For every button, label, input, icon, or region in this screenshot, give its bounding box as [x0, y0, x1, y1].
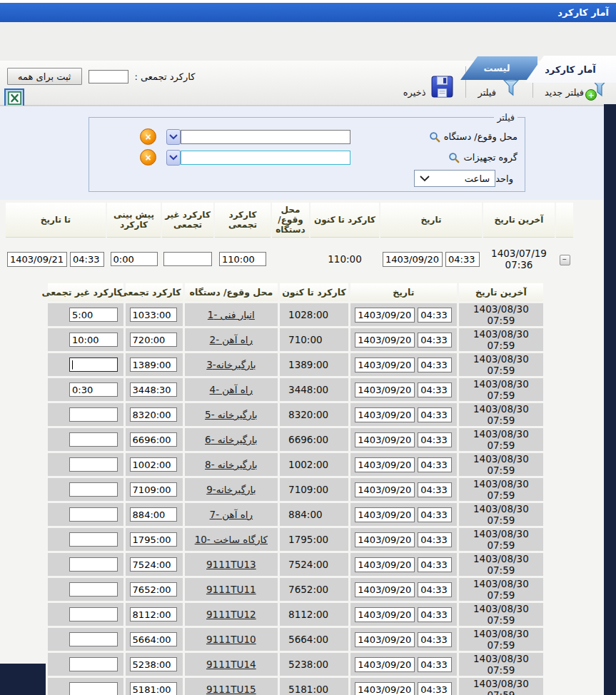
summary-collapse-button[interactable]: − [560, 255, 570, 265]
time-input[interactable] [418, 482, 452, 497]
date-input[interactable] [355, 507, 415, 522]
device-link[interactable]: 9111TU10 [206, 634, 256, 645]
equipment-dropdown-button[interactable] [166, 150, 181, 166]
time-input[interactable] [418, 333, 452, 348]
time-input[interactable] [418, 507, 452, 522]
time-input[interactable] [418, 632, 452, 647]
magnifier-icon[interactable] [429, 131, 440, 143]
non-cumulative-input[interactable] [69, 407, 118, 422]
device-link[interactable]: 9111TU14 [206, 659, 256, 670]
non-cumulative-input[interactable] [69, 657, 118, 671]
time-input[interactable] [418, 308, 452, 323]
date-input[interactable] [355, 308, 415, 323]
non-cumulative-input[interactable] [69, 507, 118, 522]
time-input[interactable] [418, 407, 452, 422]
time-input[interactable] [418, 582, 452, 597]
cumulative-input[interactable] [130, 557, 177, 572]
date-input[interactable] [355, 382, 415, 397]
cumulative-input[interactable] [130, 607, 177, 622]
non-cumulative-input[interactable] [69, 357, 118, 372]
time-input[interactable] [418, 357, 452, 372]
non-cumulative-input[interactable] [69, 682, 118, 695]
unit-select[interactable]: ساعت [414, 170, 495, 187]
device-link[interactable]: راه آهن -2 [210, 334, 253, 345]
cumulative-input[interactable] [130, 457, 177, 472]
tab-work-stats[interactable]: آمار کارکرد [525, 56, 616, 83]
non-cumulative-input[interactable] [69, 532, 118, 547]
device-link[interactable]: بارگیرخانه -5 [205, 409, 258, 420]
summary-to-time-input[interactable] [70, 252, 104, 267]
cumulative-input[interactable] [130, 333, 177, 347]
cumulative-input[interactable] [130, 382, 177, 397]
location-clear-button[interactable]: × [140, 128, 156, 145]
time-input[interactable] [418, 682, 452, 695]
time-input[interactable] [418, 607, 452, 622]
summary-forecast-input[interactable] [111, 252, 158, 266]
non-cumulative-input[interactable] [69, 607, 118, 622]
time-input[interactable] [418, 382, 452, 397]
cumulative-input[interactable] [130, 582, 177, 597]
device-link[interactable]: انبار فنی -1 [208, 309, 255, 320]
cumulative-input[interactable] [130, 357, 177, 372]
cumulative-input[interactable] [130, 682, 177, 695]
date-input[interactable] [355, 632, 415, 647]
date-input[interactable] [355, 682, 415, 695]
device-link[interactable]: بارگیرخانه -8 [205, 459, 258, 470]
non-cumulative-input[interactable] [69, 482, 118, 497]
cumulative-input[interactable] [130, 507, 177, 522]
summary-time-input[interactable] [445, 252, 480, 267]
cumulative-input[interactable] [130, 407, 177, 422]
non-cumulative-input[interactable] [69, 557, 118, 572]
time-input[interactable] [418, 457, 452, 472]
device-link[interactable]: 9111TU13 [206, 559, 256, 570]
non-cumulative-input[interactable] [69, 308, 118, 322]
non-cumulative-input[interactable] [69, 382, 118, 397]
time-input[interactable] [418, 432, 452, 447]
date-input[interactable] [355, 357, 415, 372]
date-input[interactable] [355, 557, 415, 572]
cumulative-input[interactable] [130, 532, 177, 547]
device-link[interactable]: راه آهن -7 [210, 509, 253, 520]
date-input[interactable] [355, 532, 415, 547]
summary-to-date-input[interactable] [7, 252, 67, 267]
date-input[interactable] [355, 657, 415, 672]
device-link[interactable]: راه آهن -4 [210, 384, 253, 395]
save-button[interactable]: ذخیره [403, 74, 455, 101]
submit-all-button[interactable]: ثبت برای همه [7, 68, 82, 85]
magnifier-icon[interactable] [448, 152, 460, 163]
time-input[interactable] [418, 657, 452, 672]
summary-cumulative-input[interactable] [219, 252, 266, 266]
cumulative-input[interactable] [130, 308, 177, 322]
non-cumulative-input[interactable] [69, 632, 118, 646]
cumulative-input[interactable] [130, 482, 177, 497]
excel-export-button[interactable] [4, 88, 24, 108]
date-input[interactable] [355, 582, 415, 597]
summary-non-cumulative-input[interactable] [163, 252, 212, 266]
equipment-clear-button[interactable]: × [140, 149, 156, 166]
date-input[interactable] [355, 432, 415, 447]
device-link[interactable]: بارگیرخانه -6 [205, 434, 258, 445]
non-cumulative-input[interactable] [69, 582, 118, 597]
device-link[interactable]: 9111TU15 [206, 684, 256, 695]
non-cumulative-input[interactable] [69, 432, 118, 447]
time-input[interactable] [418, 532, 452, 547]
date-input[interactable] [355, 457, 415, 472]
device-link[interactable]: کارگاه ساخت -10 [195, 534, 268, 545]
non-cumulative-input[interactable] [69, 457, 118, 472]
device-link[interactable]: 9111TU12 [206, 609, 256, 620]
cumulative-input[interactable] [89, 70, 128, 83]
date-input[interactable] [355, 482, 415, 497]
non-cumulative-input[interactable] [69, 333, 118, 347]
time-input[interactable] [418, 557, 452, 572]
cumulative-input[interactable] [130, 632, 177, 646]
cumulative-input[interactable] [130, 432, 177, 447]
cumulative-input[interactable] [130, 657, 177, 671]
date-input[interactable] [355, 333, 415, 348]
date-input[interactable] [355, 407, 415, 422]
device-link[interactable]: بارگیرخانه-3 [206, 359, 256, 370]
summary-date-input[interactable] [383, 252, 443, 267]
device-link[interactable]: 9111TU11 [206, 584, 256, 595]
equipment-input[interactable] [181, 151, 350, 165]
location-dropdown-button[interactable] [166, 129, 181, 145]
location-input[interactable] [181, 130, 350, 144]
